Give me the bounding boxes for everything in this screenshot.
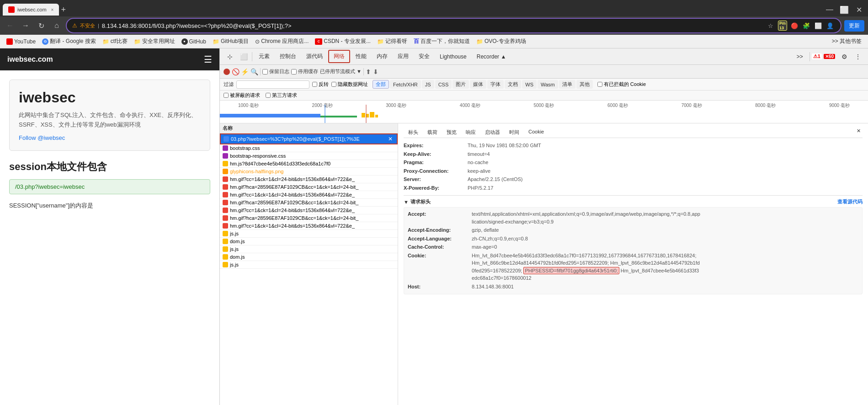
detail-tab-preview[interactable]: 预览	[442, 127, 461, 138]
filter-input[interactable]	[236, 80, 309, 89]
disable-cache-cb[interactable]	[291, 69, 297, 75]
more-tabs-btn[interactable]: >>	[792, 52, 808, 62]
bookmark-youtube[interactable]: YouTube	[4, 37, 38, 46]
bookmark-ctf[interactable]: 📁 ctf比赛	[100, 37, 130, 46]
new-tab-btn[interactable]: +	[61, 5, 66, 15]
filter-other[interactable]: 其他	[576, 80, 593, 89]
network-row-hmgif3[interactable]: hm.gif?cc=1&ck=1&cl=24-bit&ds=1536x864&v…	[220, 191, 398, 199]
tab-elements[interactable]: 元素	[254, 51, 274, 62]
reload-btn[interactable]: ↻	[35, 19, 48, 32]
bookmark-chrome-store[interactable]: ⊙ Chrome 应用商店...	[252, 37, 311, 46]
filter-img[interactable]: 图片	[453, 80, 469, 89]
network-row-hmgif5[interactable]: hm.gif?cc=1&ck=1&cl=24-bit&ds=1536x864&v…	[220, 207, 398, 214]
window-icon[interactable]: ⬜	[813, 21, 823, 31]
invert-cb[interactable]	[312, 82, 317, 87]
bookmark-ovo[interactable]: 📁 OVO-专业养鸡场	[474, 37, 529, 46]
network-row-hmjs[interactable]: hm.js?8d47cbee4e5b4661d33f3edc68a1c7f0	[220, 160, 398, 168]
detail-tab-initiator[interactable]: 启动器	[480, 127, 505, 138]
network-row-domjs1[interactable]: dom.js	[220, 238, 398, 245]
bookmark-jidekanji[interactable]: 📁 记得看呀	[374, 37, 410, 46]
detail-tab-timing[interactable]: 时间	[505, 127, 524, 138]
avatar-icon[interactable]: 👤	[825, 21, 835, 31]
third-party-cb[interactable]	[266, 93, 271, 98]
network-row-glyphicons[interactable]: glyphicons-halflings.png	[220, 168, 398, 176]
cursor-tool[interactable]: ⊹	[224, 50, 236, 63]
throttle-dropdown[interactable]: 已停用节流模式 ▼	[320, 68, 362, 75]
preserve-log-cb[interactable]	[262, 69, 268, 75]
follow-link[interactable]: Follow @iwebsec	[19, 134, 201, 141]
network-row-jsjs3[interactable]: js.js	[220, 261, 398, 269]
tab-application[interactable]: 应用	[393, 51, 413, 62]
profile-icon[interactable]: Pm13	[777, 21, 788, 31]
network-row-hmgif7[interactable]: hm.gif?cc=1&ck=1&cl=24-bit&ds=1536x864&v…	[220, 222, 398, 230]
bookmark-github-projects[interactable]: 📁 GitHub项目	[210, 37, 251, 46]
network-row-jsjs2[interactable]: js.js	[220, 245, 398, 253]
bookmark-github[interactable]: ● GitHub	[179, 37, 209, 46]
forward-btn[interactable]: →	[19, 19, 32, 32]
tab-lighthouse[interactable]: Lighthouse	[435, 52, 471, 62]
filter-font[interactable]: 字体	[487, 80, 504, 89]
detail-tab-payload[interactable]: 载荷	[423, 127, 442, 138]
network-row-hmgif1[interactable]: hm.gif?cc=1&ck=1&cl=24-bit&ds=1536x864&v…	[220, 176, 398, 183]
filter-all[interactable]: 全部	[373, 80, 389, 89]
close-window-btn[interactable]: ✕	[852, 3, 865, 16]
network-row-bootstrap-css[interactable]: bootstrap.css	[220, 144, 398, 152]
record-btn[interactable]	[224, 69, 230, 75]
restore-btn[interactable]: ⬜	[838, 3, 851, 16]
filter-icon[interactable]: ⚡	[241, 68, 249, 75]
update-btn[interactable]: 更新	[844, 20, 864, 32]
filter-ws[interactable]: WS	[522, 80, 537, 89]
puzzle-icon[interactable]: 🧩	[801, 21, 811, 31]
detail-tab-headers[interactable]: 标头	[404, 127, 423, 138]
network-row-bootstrap-responsive[interactable]: bootstrap-responsive.css	[220, 152, 398, 160]
blocked-req-cb[interactable]	[224, 93, 229, 98]
more-options-icon[interactable]: ⋮	[852, 50, 864, 63]
bookmark-security-sites[interactable]: 📁 安全常用网址	[131, 37, 178, 46]
address-bar[interactable]: ⚠ 不安全 | ☆ Pm13 🔴 🧩 ⬜ 👤	[66, 18, 841, 33]
network-row-domjs2[interactable]: dom.js	[220, 253, 398, 261]
import-btn[interactable]: ⬆	[366, 68, 371, 75]
bookmark-star-icon[interactable]: ☆	[766, 21, 776, 31]
tab-memory[interactable]: 内存	[372, 51, 392, 62]
network-row-php[interactable]: 03.php?iwebsec=%3C?php%20@eval($_POST[1]…	[220, 133, 398, 144]
tab-close-btn[interactable]: ×	[51, 7, 54, 12]
device-tool[interactable]: ⬜	[237, 50, 250, 63]
minimize-btn[interactable]: —	[823, 3, 836, 16]
tab-security[interactable]: 安全	[414, 51, 434, 62]
detail-tab-cookies[interactable]: Cookie	[524, 127, 548, 138]
filter-wasm[interactable]: Wasm	[538, 80, 558, 89]
bookmark-more[interactable]: >> 其他书签	[829, 37, 864, 46]
view-source-link[interactable]: 查看源代码	[837, 198, 863, 205]
filter-manifest[interactable]: 清单	[559, 80, 575, 89]
bookmark-baidu[interactable]: 百 百度一下，你就知道	[411, 37, 473, 46]
home-btn[interactable]: ⌂	[50, 19, 63, 32]
close-icon[interactable]: ✕	[387, 135, 394, 143]
extension-icon[interactable]: 🔴	[789, 21, 799, 31]
tab-recorder[interactable]: Recorder ▲	[472, 52, 511, 62]
filter-media[interactable]: 媒体	[470, 80, 486, 89]
network-row-hmgif4[interactable]: hm.gif?hca=28596E87AF1029CB&cc=1&ck=1&cl…	[220, 199, 398, 207]
filter-js[interactable]: JS	[422, 80, 434, 89]
network-row-jsjs1[interactable]: js.js	[220, 230, 398, 238]
export-btn[interactable]: ⬇	[373, 68, 378, 75]
hamburger-menu[interactable]: ☰	[204, 54, 212, 65]
search-icon[interactable]: 🔍	[250, 68, 258, 75]
network-row-hmgif6[interactable]: hm.gif?hca=28596E87AF1029CB&cc=1&ck=1&cl…	[220, 214, 398, 222]
tab-network[interactable]: 网络	[328, 50, 350, 63]
hide-data-url-cb[interactable]	[331, 82, 336, 87]
clear-btn[interactable]: 🚫	[232, 68, 239, 75]
tab-sources[interactable]: 源代码	[302, 51, 327, 62]
back-btn[interactable]: ←	[4, 19, 16, 32]
filter-doc[interactable]: 文档	[505, 80, 521, 89]
browser-tab[interactable]: iwebsec.com ×	[3, 4, 59, 16]
bookmark-csdn[interactable]: C CSDN - 专业发展...	[312, 37, 373, 46]
filter-fetch-xhr[interactable]: Fetch/XHR	[390, 80, 421, 89]
network-row-hmgif2[interactable]: hm.gif?hca=28596E87AF1029CB&cc=1&ck=1&cl…	[220, 183, 398, 191]
tab-console[interactable]: 控制台	[275, 51, 301, 62]
bookmark-google-translate[interactable]: G 翻译 - Google 搜索	[39, 37, 99, 46]
blocked-cookie-cb[interactable]	[597, 82, 602, 87]
tab-performance[interactable]: 性能	[351, 51, 371, 62]
filter-css[interactable]: CSS	[435, 80, 452, 89]
address-input[interactable]	[102, 22, 763, 29]
detail-close-btn[interactable]: ✕	[855, 127, 863, 138]
